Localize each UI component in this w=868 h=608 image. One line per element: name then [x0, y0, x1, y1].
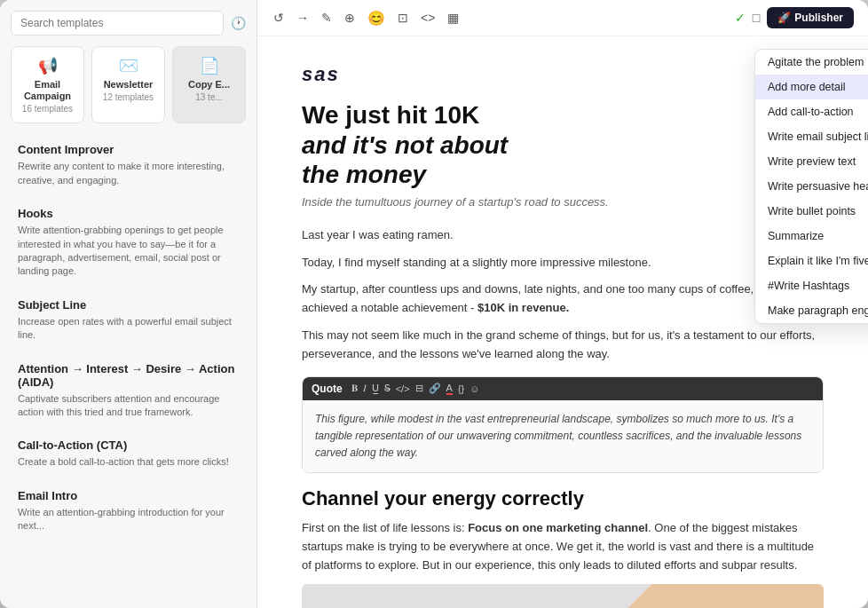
- template-card-email-campaign[interactable]: 📢 Email Campaign 16 templates: [11, 46, 84, 123]
- sidebar-item-title: Email Intro: [18, 489, 239, 502]
- dropdown-item-persuasive[interactable]: Write persuasive headline: [755, 174, 868, 199]
- sidebar-item-desc: Rewrite any content to make it more inte…: [18, 160, 239, 187]
- dropdown-item-summarize[interactable]: Summarize: [755, 224, 868, 249]
- template-card-copy[interactable]: 📄 Copy E... 13 te...: [172, 46, 246, 123]
- sidebar-item-subject-line[interactable]: Subject Line Increase open rates with a …: [7, 289, 249, 351]
- template-cards: 📢 Email Campaign 16 templates ✉️ Newslet…: [0, 46, 256, 134]
- para-3: My startup, after countless ups and down…: [302, 280, 824, 318]
- template-card-count: 16 templates: [19, 104, 76, 114]
- template-card-newsletter[interactable]: ✉️ Newsletter 12 templates: [91, 46, 165, 123]
- search-area: 🕐: [0, 11, 256, 46]
- placeholder-icon[interactable]: {}: [458, 383, 464, 394]
- title-line3: the money: [302, 161, 426, 188]
- publisher-button[interactable]: 🚀 Publisher: [767, 7, 854, 28]
- color-icon[interactable]: A: [446, 383, 453, 395]
- underline-icon[interactable]: U̲: [372, 383, 379, 394]
- template-card-count: 13 te...: [180, 92, 238, 102]
- section-para: First on the list of life lessons is: Fo…: [302, 519, 824, 574]
- dropdown-item-write-subject[interactable]: Write email subject line: [755, 124, 868, 149]
- sidebar-item-title: Subject Line: [18, 298, 239, 312]
- dropdown-item-agitate[interactable]: Agitate the problem: [755, 50, 868, 75]
- template-card-icon: ✉️: [99, 56, 157, 75]
- sidebar-item-hooks[interactable]: Hooks Write attention-grabbing openings …: [7, 198, 249, 288]
- edit-icon[interactable]: ✎: [320, 9, 334, 27]
- search-input[interactable]: [11, 11, 224, 36]
- quote-block: Quote 𝐁 𝐼 U̲ S̶ </> ⊟ 🔗 A {} ☺ This figu…: [302, 376, 824, 474]
- inline-code-icon[interactable]: </>: [396, 383, 410, 394]
- sidebar-item-email-intro[interactable]: Email Intro Write an attention-grabbing …: [7, 480, 249, 542]
- history-icon[interactable]: 🕐: [231, 16, 246, 30]
- sidebar-item-desc: Write attention-grabbing openings to get…: [18, 224, 239, 279]
- sidebar-item-desc: Captivate subscribers attention and enco…: [18, 392, 239, 420]
- image-placeholder: [302, 584, 824, 608]
- template-card-icon: 📢: [19, 56, 76, 75]
- quote-text[interactable]: This figure, while modest in the vast en…: [303, 400, 823, 473]
- sidebar-item-content-improver[interactable]: Content Improver Rewrite any content to …: [7, 134, 249, 196]
- toolbar-right: ✓ □ 🚀 Publisher: [735, 7, 854, 28]
- italic-icon[interactable]: 𝐼: [363, 383, 367, 394]
- toolbar: ↺ → ✎ ⊕ 😊 ⊡ <> ▦ ✓ □ 🚀 Publisher: [257, 0, 868, 36]
- sidebar-item-desc: Create a bold call-to-action that gets m…: [18, 455, 239, 469]
- sidebar-item-desc: Increase open rates with a powerful emai…: [18, 315, 239, 343]
- para-4: This may not seem like much in the grand…: [302, 327, 824, 364]
- sidebar-item-aida[interactable]: Attention → Interest → Desire → Action (…: [7, 353, 249, 429]
- section-heading: Channel your energy correctly: [302, 487, 824, 510]
- toolbar-left: ↺ → ✎ ⊕ 😊 ⊡ <> ▦: [272, 8, 461, 28]
- para-2: Today, I find myself standing at a sligh…: [302, 254, 824, 272]
- sidebar-item-desc: Write an attention-grabbing introduction…: [18, 506, 239, 533]
- section-body: First on the list of life lessons is: Fo…: [302, 519, 824, 574]
- article-body: Last year I was eating ramen. Today, I f…: [302, 226, 824, 364]
- sidebar-item-title: Call-to-Action (CTA): [18, 438, 239, 452]
- brand-tag: sas: [302, 63, 824, 86]
- template-card-label: Newsletter: [99, 79, 157, 91]
- forward-icon[interactable]: →: [295, 9, 311, 27]
- template-card-label: Email Campaign: [19, 79, 76, 102]
- dropdown-item-explain[interactable]: Explain it like I'm five: [755, 249, 868, 273]
- table-icon[interactable]: ⊡: [396, 9, 410, 27]
- dropdown-menu: Agitate the problemAdd more detailAdd ca…: [754, 49, 868, 324]
- title-line2: and it's not about: [302, 131, 508, 159]
- dropdown-item-engage[interactable]: Make paragraph engage me: [755, 298, 868, 323]
- link-icon[interactable]: 🔗: [429, 383, 441, 394]
- code-icon[interactable]: <>: [419, 9, 437, 27]
- sidebar-item-title: Content Improver: [18, 143, 239, 156]
- undo-icon[interactable]: ↺: [272, 9, 286, 27]
- save-icon[interactable]: □: [753, 11, 760, 25]
- dropdown-item-preview-text[interactable]: Write preview text: [755, 149, 868, 174]
- publisher-label: Publisher: [794, 12, 843, 24]
- check-icon[interactable]: ✓: [735, 11, 746, 25]
- template-card-label: Copy E...: [180, 79, 238, 91]
- add-icon[interactable]: ⊕: [343, 9, 357, 27]
- sidebar-item-title: Attention → Interest → Desire → Action (…: [18, 362, 239, 389]
- publisher-icon: 🚀: [777, 12, 791, 24]
- main-area: ↺ → ✎ ⊕ 😊 ⊡ <> ▦ ✓ □ 🚀 Publisher sas: [257, 0, 868, 608]
- dropdown-item-hashtags[interactable]: #Write Hashtags: [755, 273, 868, 298]
- article-subtitle: Inside the tumultuous journey of a start…: [302, 195, 824, 209]
- grid-icon[interactable]: ▦: [446, 9, 461, 27]
- emoji-toolbar-icon[interactable]: ☺: [470, 383, 479, 394]
- quote-label: Quote: [312, 383, 343, 395]
- sidebar-item-title: Hooks: [18, 207, 239, 220]
- title-line1: We just hit 10K: [302, 101, 479, 129]
- app-window: 🕐 📢 Email Campaign 16 templates ✉️ Newsl…: [0, 0, 868, 608]
- emoji-icon[interactable]: 😊: [366, 8, 387, 28]
- dropdown-item-add-cta[interactable]: Add call-to-action: [755, 99, 868, 124]
- template-card-count: 12 templates: [99, 92, 157, 102]
- dropdown-item-bullet[interactable]: Write bullet points: [755, 199, 868, 224]
- sidebar: 🕐 📢 Email Campaign 16 templates ✉️ Newsl…: [0, 0, 257, 608]
- para-1: Last year I was eating ramen.: [302, 226, 824, 245]
- sidebar-item-cta[interactable]: Call-to-Action (CTA) Create a bold call-…: [7, 430, 249, 478]
- template-card-icon: 📄: [180, 56, 238, 75]
- strikethrough-icon[interactable]: S̶: [384, 383, 391, 394]
- sidebar-items: Content Improver Rewrite any content to …: [0, 134, 256, 541]
- bold-icon[interactable]: 𝐁: [351, 383, 358, 394]
- dropdown-item-add-detail[interactable]: Add more detail: [755, 75, 868, 99]
- quote-toolbar: Quote 𝐁 𝐼 U̲ S̶ </> ⊟ 🔗 A {} ☺: [303, 377, 823, 400]
- list-icon[interactable]: ⊟: [415, 383, 423, 394]
- article-title: We just hit 10K and it's not about the m…: [302, 100, 824, 190]
- search-input-wrapper: [11, 11, 224, 36]
